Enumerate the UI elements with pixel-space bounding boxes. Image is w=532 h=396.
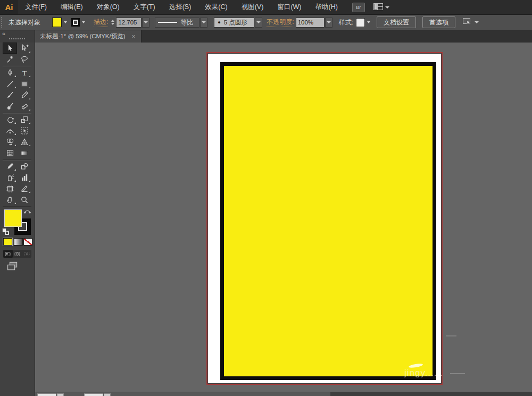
- tool-symbol-sprayer[interactable]: [3, 172, 17, 183]
- tool-type[interactable]: T: [17, 67, 31, 78]
- stroke-weight-input[interactable]: [116, 18, 142, 28]
- svg-text:T: T: [22, 69, 27, 77]
- tool-perspective-grid[interactable]: [17, 136, 31, 147]
- stroke-color-swatch[interactable]: [71, 18, 80, 27]
- opacity-dropdown[interactable]: [325, 18, 332, 28]
- tab-close-icon[interactable]: ×: [132, 33, 136, 40]
- control-panel-menu[interactable]: [463, 18, 479, 27]
- tool-mesh[interactable]: [3, 147, 17, 158]
- panel-gripper[interactable]: [1, 17, 4, 28]
- document-setup-button[interactable]: 文档设置: [377, 16, 416, 28]
- default-fill-stroke-icon[interactable]: [2, 228, 10, 236]
- stepper-down-icon[interactable]: [111, 23, 114, 25]
- tool-eraser[interactable]: [17, 100, 31, 112]
- preferences-button[interactable]: 首选项: [422, 16, 455, 28]
- stroke-color-control[interactable]: [71, 18, 85, 27]
- tool-pencil[interactable]: [17, 89, 31, 100]
- selection-icon: [6, 44, 14, 53]
- watermark-dash: [446, 335, 456, 336]
- tool-scale[interactable]: [17, 114, 31, 125]
- tool-paintbrush[interactable]: [3, 89, 17, 100]
- swap-fill-stroke-icon[interactable]: [23, 208, 31, 217]
- tool-line-segment[interactable]: [3, 78, 17, 89]
- document-tab[interactable]: 未标题-1* @ 59% (CMYK/预览) ×: [35, 30, 142, 43]
- stroke-panel-link[interactable]: 描边:: [94, 18, 108, 27]
- zoom-level-dropdown[interactable]: [57, 393, 64, 396]
- drawing-mode-buttons: [3, 250, 31, 258]
- tool-rectangle[interactable]: [17, 78, 31, 89]
- draw-behind-mode-button[interactable]: [13, 250, 22, 258]
- workspace-switcher[interactable]: [373, 3, 389, 12]
- tool-direct-selection[interactable]: [17, 43, 31, 54]
- menu-item-help[interactable]: 帮助(H): [309, 0, 345, 14]
- brush-dropdown-arrow[interactable]: [255, 18, 262, 28]
- fill-indicator[interactable]: [4, 209, 22, 227]
- width-profile-dropdown-arrow[interactable]: [200, 18, 207, 28]
- perspective-grid-icon: [20, 138, 29, 146]
- draw-inside-mode-button[interactable]: [22, 250, 31, 258]
- menu-item-object[interactable]: 对象(O): [90, 0, 127, 14]
- tool-free-transform[interactable]: [17, 125, 31, 136]
- menu-item-type[interactable]: 文字(T): [127, 0, 162, 14]
- menu-item-window[interactable]: 窗口(W): [270, 0, 308, 14]
- zoom-icon: [20, 196, 29, 204]
- stroke-weight-dropdown[interactable]: [142, 18, 149, 28]
- stepper-up-icon[interactable]: [111, 20, 114, 22]
- tool-column-graph[interactable]: [17, 172, 31, 183]
- screen-mode-button[interactable]: [7, 262, 20, 273]
- mesh-icon: [6, 149, 14, 157]
- zoom-level-input[interactable]: [37, 393, 56, 396]
- menu-item-effect[interactable]: 效果(C): [198, 0, 234, 14]
- tool-lasso[interactable]: [17, 54, 31, 65]
- toolbar-separator: [3, 205, 31, 207]
- canvas-area[interactable]: jingy......: [35, 43, 532, 396]
- bridge-icon: Br: [356, 5, 361, 10]
- draw-normal-mode-button[interactable]: [3, 250, 13, 258]
- yellow-rectangle-object[interactable]: [220, 62, 436, 380]
- tool-eyedropper[interactable]: [3, 161, 17, 172]
- tool-slice[interactable]: [17, 183, 31, 194]
- stroke-weight-stepper[interactable]: [111, 20, 114, 25]
- width-profile-dropdown[interactable]: 等比: [155, 18, 200, 28]
- opacity-input[interactable]: [296, 18, 325, 28]
- opacity-panel-link[interactable]: 不透明度:: [267, 18, 294, 27]
- menu-item-edit[interactable]: 编辑(E): [54, 0, 90, 14]
- tool-selection[interactable]: [3, 43, 17, 54]
- fill-color-control[interactable]: [52, 18, 67, 27]
- tool-gradient[interactable]: [17, 147, 31, 158]
- chevron-down-icon: [202, 21, 206, 23]
- tool-artboard[interactable]: [3, 183, 17, 194]
- brush-definition-dropdown[interactable]: ● 5 点圆形: [214, 18, 254, 28]
- artboard-nav-input[interactable]: [84, 393, 103, 396]
- color-button[interactable]: [3, 238, 12, 246]
- tool-pen[interactable]: [3, 67, 17, 78]
- width-profile-label: 等比: [180, 18, 193, 27]
- tool-zoom[interactable]: [17, 194, 31, 205]
- fill-color-swatch[interactable]: [52, 18, 62, 27]
- tool-magic-wand[interactable]: [3, 54, 17, 65]
- tool-hand[interactable]: [3, 194, 17, 205]
- tools-grid: T: [3, 43, 31, 207]
- tool-shape-builder[interactable]: [3, 136, 17, 147]
- menu-item-file[interactable]: 文件(F): [18, 0, 54, 14]
- type-icon: T: [20, 69, 29, 77]
- tool-width[interactable]: [3, 125, 17, 136]
- menu-item-view[interactable]: 视图(V): [235, 0, 271, 14]
- width-icon: [6, 127, 14, 135]
- tool-blob-brush[interactable]: [3, 100, 17, 112]
- blob-brush-icon: [6, 102, 14, 111]
- tool-blend[interactable]: [17, 161, 31, 172]
- artboard-nav-dropdown[interactable]: [104, 393, 111, 396]
- menu-item-select[interactable]: 选择(S): [162, 0, 198, 14]
- gradient-button[interactable]: [14, 238, 23, 246]
- illustrator-window: Ai 文件(F)编辑(E)对象(O)文字(T)选择(S)效果(C)视图(V)窗口…: [0, 0, 532, 396]
- none-button[interactable]: [23, 238, 32, 246]
- panel-drag-handle[interactable]: [9, 38, 25, 39]
- tool-rotate[interactable]: [3, 114, 17, 125]
- collapse-panel-icon[interactable]: «: [2, 31, 5, 37]
- bridge-button[interactable]: Br: [352, 3, 365, 12]
- stroke-profile-preview: [158, 22, 177, 23]
- menu-bar-right: Br: [352, 3, 389, 12]
- chevron-down-icon: [327, 21, 331, 23]
- style-swatch[interactable]: [356, 18, 365, 27]
